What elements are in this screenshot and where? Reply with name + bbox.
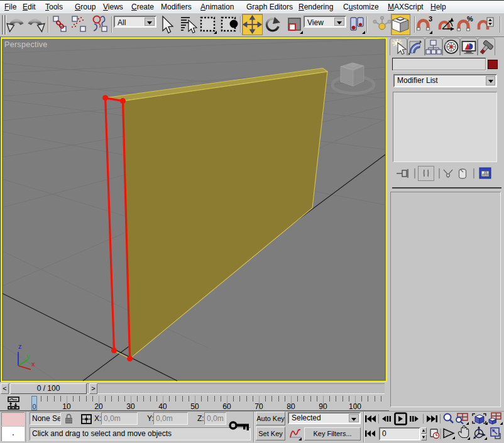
svg-text:y: y <box>26 353 30 360</box>
svg-text:3: 3 <box>429 15 432 23</box>
svg-text:z: z <box>18 342 22 350</box>
svg-text:Perspective: Perspective <box>4 40 48 49</box>
svg-text:%: % <box>467 15 473 23</box>
svg-text:x: x <box>31 360 35 368</box>
